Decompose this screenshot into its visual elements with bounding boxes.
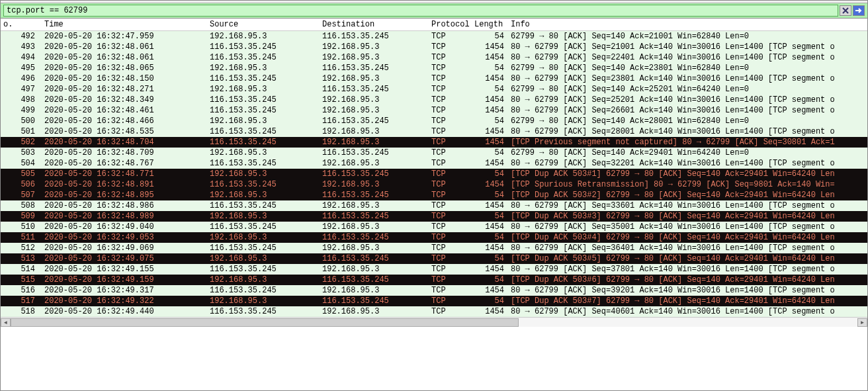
cell-no: 505 bbox=[1, 169, 40, 179]
cell-info: 80 → 62799 [ACK] Seq=22401 Ack=140 Win=3… bbox=[507, 52, 867, 63]
cell-source: 116.153.35.245 bbox=[206, 243, 318, 253]
cell-source: 192.168.95.3 bbox=[206, 211, 318, 222]
cell-length: 1454 bbox=[470, 243, 507, 253]
cell-no: 496 bbox=[1, 73, 40, 84]
packet-row[interactable]: 5182020-05-20 16:32:49.440116.153.35.245… bbox=[1, 306, 867, 317]
cell-source: 192.168.95.3 bbox=[206, 116, 318, 126]
packet-row[interactable]: 5072020-05-20 16:32:48.895192.168.95.311… bbox=[1, 190, 867, 200]
scroll-left-button[interactable]: ◄ bbox=[1, 318, 11, 327]
cell-length: 54 bbox=[470, 84, 507, 95]
cell-source: 192.168.95.3 bbox=[206, 84, 318, 95]
filter-apply-button[interactable] bbox=[853, 5, 865, 16]
packet-row[interactable]: 5002020-05-20 16:32:48.466192.168.95.311… bbox=[1, 116, 867, 126]
packet-row[interactable]: 4952020-05-20 16:32:48.065192.168.95.311… bbox=[1, 63, 867, 73]
scroll-right-button[interactable]: ► bbox=[857, 318, 867, 327]
cell-protocol: TCP bbox=[427, 73, 470, 84]
cell-time: 2020-05-20 16:32:49.155 bbox=[40, 264, 206, 275]
cell-no: 509 bbox=[1, 211, 40, 222]
filter-clear-button[interactable] bbox=[840, 5, 851, 16]
packet-row[interactable]: 4922020-05-20 16:32:47.959192.168.95.311… bbox=[1, 31, 867, 42]
cell-protocol: TCP bbox=[427, 116, 470, 126]
packet-row[interactable]: 5142020-05-20 16:32:49.155116.153.35.245… bbox=[1, 264, 867, 275]
packet-row[interactable]: 5122020-05-20 16:32:49.069116.153.35.245… bbox=[1, 243, 867, 253]
packet-list-pane: o. Time Source Destination Protocol Leng… bbox=[1, 19, 867, 317]
packet-row[interactable]: 5022020-05-20 16:32:48.704116.153.35.245… bbox=[1, 137, 867, 148]
packet-row[interactable]: 5102020-05-20 16:32:49.040116.153.35.245… bbox=[1, 222, 867, 232]
cell-destination: 116.153.35.245 bbox=[318, 169, 427, 179]
cell-destination: 116.153.35.245 bbox=[318, 116, 427, 126]
cell-time: 2020-05-20 16:32:48.767 bbox=[40, 158, 206, 169]
column-header-time[interactable]: Time bbox=[40, 19, 206, 31]
cell-destination: 192.168.95.3 bbox=[318, 137, 427, 148]
cell-source: 116.153.35.245 bbox=[206, 179, 318, 190]
packet-row[interactable]: 4942020-05-20 16:32:48.061116.153.35.245… bbox=[1, 52, 867, 63]
packet-row[interactable]: 5012020-05-20 16:32:48.535116.153.35.245… bbox=[1, 126, 867, 137]
column-header-length[interactable]: Length bbox=[470, 19, 507, 31]
cell-length: 1454 bbox=[470, 306, 507, 317]
cell-time: 2020-05-20 16:32:48.061 bbox=[40, 42, 206, 52]
cell-info: [TCP Dup ACK 503#1] 62799 → 80 [ACK] Seq… bbox=[507, 169, 867, 179]
scrollbar-track[interactable] bbox=[11, 318, 857, 327]
packet-row[interactable]: 5172020-05-20 16:32:49.322192.168.95.311… bbox=[1, 296, 867, 306]
cell-destination: 192.168.95.3 bbox=[318, 306, 427, 317]
cell-no: 499 bbox=[1, 105, 40, 116]
packet-table[interactable]: o. Time Source Destination Protocol Leng… bbox=[1, 19, 867, 317]
packet-table-header[interactable]: o. Time Source Destination Protocol Leng… bbox=[1, 19, 867, 31]
horizontal-scrollbar[interactable]: ◄ ► bbox=[1, 317, 867, 327]
packet-row[interactable]: 5162020-05-20 16:32:49.317116.153.35.245… bbox=[1, 285, 867, 296]
cell-info: 80 → 62799 [ACK] Seq=28001 Ack=140 Win=3… bbox=[507, 126, 867, 137]
column-header-source[interactable]: Source bbox=[206, 19, 318, 31]
column-header-no[interactable]: o. bbox=[1, 19, 40, 31]
cell-protocol: TCP bbox=[427, 243, 470, 253]
packet-row[interactable]: 4992020-05-20 16:32:48.461116.153.35.245… bbox=[1, 105, 867, 116]
packet-row[interactable]: 4982020-05-20 16:32:48.349116.153.35.245… bbox=[1, 95, 867, 105]
cell-time: 2020-05-20 16:32:48.989 bbox=[40, 211, 206, 222]
display-filter-input[interactable] bbox=[3, 5, 838, 17]
packet-row[interactable]: 5152020-05-20 16:32:49.159192.168.95.311… bbox=[1, 275, 867, 285]
cell-length: 1454 bbox=[470, 95, 507, 105]
column-header-protocol[interactable]: Protocol bbox=[427, 19, 470, 31]
cell-length: 1454 bbox=[470, 73, 507, 84]
cell-time: 2020-05-20 16:32:48.771 bbox=[40, 169, 206, 179]
packet-row[interactable]: 5112020-05-20 16:32:49.053192.168.95.311… bbox=[1, 232, 867, 243]
cell-no: 508 bbox=[1, 200, 40, 211]
packet-row[interactable]: 4932020-05-20 16:32:48.061116.153.35.245… bbox=[1, 42, 867, 52]
packet-row[interactable]: 4972020-05-20 16:32:48.271192.168.95.311… bbox=[1, 84, 867, 95]
cell-length: 1454 bbox=[470, 200, 507, 211]
cell-protocol: TCP bbox=[427, 285, 470, 296]
packet-row[interactable]: 4962020-05-20 16:32:48.150116.153.35.245… bbox=[1, 73, 867, 84]
cell-source: 116.153.35.245 bbox=[206, 222, 318, 232]
cell-length: 1454 bbox=[470, 222, 507, 232]
cell-length: 54 bbox=[470, 148, 507, 158]
packet-row[interactable]: 5082020-05-20 16:32:48.986116.153.35.245… bbox=[1, 200, 867, 211]
close-icon bbox=[842, 7, 849, 14]
cell-length: 54 bbox=[470, 169, 507, 179]
cell-protocol: TCP bbox=[427, 95, 470, 105]
cell-destination: 116.153.35.245 bbox=[318, 211, 427, 222]
packet-row[interactable]: 5042020-05-20 16:32:48.767116.153.35.245… bbox=[1, 158, 867, 169]
cell-length: 1454 bbox=[470, 105, 507, 116]
cell-length: 54 bbox=[470, 275, 507, 285]
cell-no: 501 bbox=[1, 126, 40, 137]
cell-destination: 192.168.95.3 bbox=[318, 52, 427, 63]
cell-info: [TCP Spurious Retransmission] 80 → 62799… bbox=[507, 179, 867, 190]
scrollbar-thumb[interactable] bbox=[11, 318, 519, 327]
packet-row[interactable]: 5132020-05-20 16:32:49.075192.168.95.311… bbox=[1, 253, 867, 264]
cell-info: [TCP Dup ACK 503#4] 62799 → 80 [ACK] Seq… bbox=[507, 232, 867, 243]
packet-row[interactable]: 5032020-05-20 16:32:48.709192.168.95.311… bbox=[1, 148, 867, 158]
cell-time: 2020-05-20 16:32:48.704 bbox=[40, 137, 206, 148]
packet-row[interactable]: 5092020-05-20 16:32:48.989192.168.95.311… bbox=[1, 211, 867, 222]
cell-source: 192.168.95.3 bbox=[206, 190, 318, 200]
cell-length: 54 bbox=[470, 211, 507, 222]
cell-destination: 192.168.95.3 bbox=[318, 158, 427, 169]
cell-length: 1454 bbox=[470, 264, 507, 275]
cell-no: 500 bbox=[1, 116, 40, 126]
cell-destination: 116.153.35.245 bbox=[318, 296, 427, 306]
cell-info: 80 → 62799 [ACK] Seq=36401 Ack=140 Win=3… bbox=[507, 243, 867, 253]
packet-row[interactable]: 5062020-05-20 16:32:48.891116.153.35.245… bbox=[1, 179, 867, 190]
column-header-destination[interactable]: Destination bbox=[318, 19, 427, 31]
cell-destination: 192.168.95.3 bbox=[318, 95, 427, 105]
cell-length: 54 bbox=[470, 63, 507, 73]
packet-row[interactable]: 5052020-05-20 16:32:48.771192.168.95.311… bbox=[1, 169, 867, 179]
column-header-info[interactable]: Info bbox=[507, 19, 867, 31]
